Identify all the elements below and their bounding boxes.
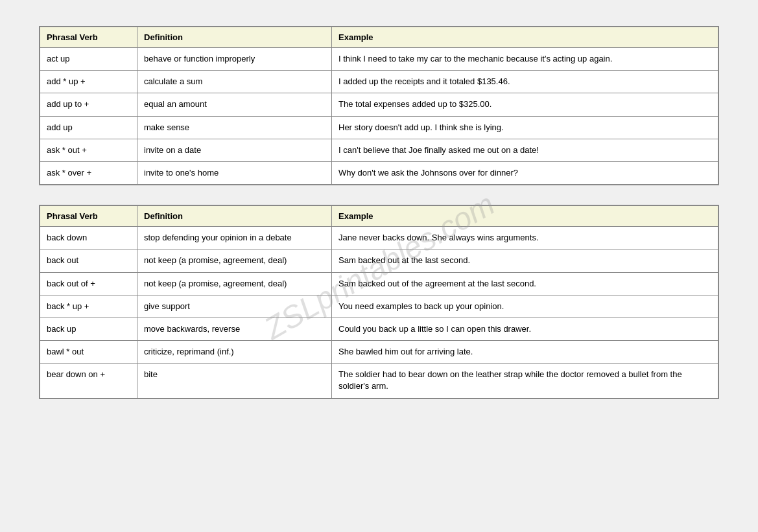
table-row: add * up +calculate a sumI added up the … (40, 71, 718, 93)
example-cell: I think I need to take my car to the mec… (332, 48, 718, 71)
phrasal-verb-cell: ask * over + (40, 161, 137, 184)
phrasal-verb-cell: back out (40, 249, 137, 272)
definition-cell: move backwards, reverse (137, 318, 332, 340)
definition-cell: make sense (137, 116, 332, 139)
phrasal-verb-cell: bear down on + (40, 364, 137, 398)
table2: Phrasal Verb Definition Example back dow… (40, 205, 718, 399)
phrasal-verb-cell: back down (40, 227, 137, 249)
phrasal-verb-cell: act up (40, 48, 137, 71)
example-cell: Jane never backs down. She always wins a… (332, 227, 718, 249)
example-cell: Why don't we ask the Johnsons over for d… (332, 161, 718, 184)
table-row: add up to +equal an amountThe total expe… (40, 93, 718, 116)
table2-header-phrasal: Phrasal Verb (40, 206, 137, 227)
table-row: back outnot keep (a promise, agreement, … (40, 249, 718, 272)
table-row: add upmake senseHer story doesn't add up… (40, 116, 718, 139)
table-row: back * up +give supportYou need examples… (40, 295, 718, 318)
table2-container: Phrasal Verb Definition Example back dow… (39, 205, 719, 399)
phrasal-verb-cell: add up to + (40, 93, 137, 116)
definition-cell: bite (137, 364, 332, 398)
table-row: back out of +not keep (a promise, agreem… (40, 272, 718, 295)
table1-container: Phrasal Verb Definition Example act upbe… (39, 26, 719, 185)
phrasal-verb-cell: add * up + (40, 71, 137, 93)
table-row: bear down on +biteThe soldier had to bea… (40, 364, 718, 398)
phrasal-verb-cell: back * up + (40, 295, 137, 318)
definition-cell: not keep (a promise, agreement, deal) (137, 272, 332, 295)
definition-cell: equal an amount (137, 93, 332, 116)
example-cell: Her story doesn't add up. I think she is… (332, 116, 718, 139)
table-row: bawl * outcriticize, reprimand (inf.)She… (40, 341, 718, 364)
definition-cell: behave or function improperly (137, 48, 332, 71)
table1-header-phrasal: Phrasal Verb (40, 27, 137, 48)
example-cell: Sam backed out of the agreement at the l… (332, 272, 718, 295)
definition-cell: criticize, reprimand (inf.) (137, 341, 332, 364)
definition-cell: not keep (a promise, agreement, deal) (137, 249, 332, 272)
table1-header-definition: Definition (137, 27, 332, 48)
table-row: ask * out +invite on a dateI can't belie… (40, 139, 718, 161)
example-cell: She bawled him out for arriving late. (332, 341, 718, 364)
table-row: back upmove backwards, reverseCould you … (40, 318, 718, 340)
table2-header-row: Phrasal Verb Definition Example (40, 206, 718, 227)
example-cell: The soldier had to bear down on the leat… (332, 364, 718, 398)
definition-cell: calculate a sum (137, 71, 332, 93)
phrasal-verb-cell: ask * out + (40, 139, 137, 161)
example-cell: I can't believe that Joe finally asked m… (332, 139, 718, 161)
table-row: ask * over +invite to one's homeWhy don'… (40, 161, 718, 184)
table2-header-example: Example (332, 206, 718, 227)
definition-cell: invite on a date (137, 139, 332, 161)
phrasal-verb-cell: back out of + (40, 272, 137, 295)
definition-cell: stop defending your opinion in a debate (137, 227, 332, 249)
table-row: back downstop defending your opinion in … (40, 227, 718, 249)
example-cell: I added up the receipts and it totaled $… (332, 71, 718, 93)
example-cell: Could you back up a little so I can open… (332, 318, 718, 340)
table1: Phrasal Verb Definition Example act upbe… (40, 27, 718, 185)
table2-header-definition: Definition (137, 206, 332, 227)
example-cell: Sam backed out at the last second. (332, 249, 718, 272)
table1-header-example: Example (332, 27, 718, 48)
phrasal-verb-cell: add up (40, 116, 137, 139)
phrasal-verb-cell: back up (40, 318, 137, 340)
table-row: act upbehave or function improperlyI thi… (40, 48, 718, 71)
table1-header-row: Phrasal Verb Definition Example (40, 27, 718, 48)
example-cell: You need examples to back up your opinio… (332, 295, 718, 318)
example-cell: The total expenses added up to $325.00. (332, 93, 718, 116)
definition-cell: give support (137, 295, 332, 318)
definition-cell: invite to one's home (137, 161, 332, 184)
phrasal-verb-cell: bawl * out (40, 341, 137, 364)
